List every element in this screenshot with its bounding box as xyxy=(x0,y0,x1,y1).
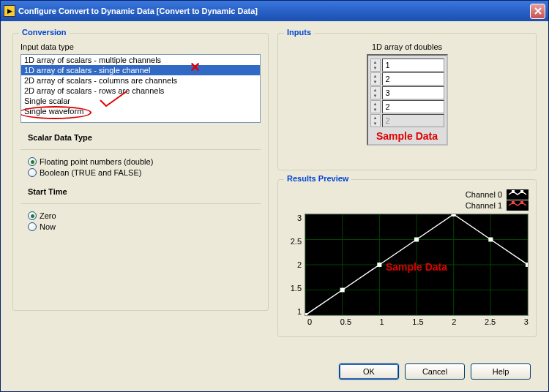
radio-bool[interactable] xyxy=(28,168,37,177)
close-icon xyxy=(534,7,542,15)
spinner[interactable]: ▲▼ xyxy=(370,72,381,86)
spin-up-icon[interactable]: ▲ xyxy=(371,101,380,107)
divider xyxy=(20,149,261,150)
spin-up-icon[interactable]: ▲ xyxy=(371,87,380,93)
legend-row: Channel 0 xyxy=(285,189,529,200)
x-tick: 1.5 xyxy=(412,317,423,326)
spin-down-icon[interactable]: ▼ xyxy=(371,93,380,99)
array-container: ▲▼ 1 ▲▼ 2 ▲▼ 3 ▲▼ 2 xyxy=(367,54,448,146)
spinner[interactable]: ▲▼ xyxy=(370,100,381,113)
x-axis: 0 0.5 1 1.5 2 2.5 3 xyxy=(307,317,529,326)
close-button[interactable] xyxy=(530,4,545,19)
array-value: 1 xyxy=(386,61,390,69)
list-item[interactable]: 2D array of scalars - columns are channe… xyxy=(21,75,260,86)
input-type-listbox[interactable]: 1D array of scalars - multiple channels … xyxy=(20,54,261,123)
spinner[interactable]: ▲▼ xyxy=(370,86,381,99)
radio-zero-label: Zero xyxy=(40,211,56,220)
sample-data-label: Sample Data xyxy=(370,130,444,142)
x-tick: 0.5 xyxy=(340,317,351,326)
radio-now-label: Now xyxy=(40,222,56,231)
array-row: ▲▼ 1 xyxy=(370,59,444,72)
cancel-label: Cancel xyxy=(422,367,447,376)
array-value: 2 xyxy=(386,75,390,83)
legend-swatch xyxy=(507,200,529,211)
x-tick: 2 xyxy=(452,317,456,326)
array-cell[interactable]: 1 xyxy=(382,59,444,72)
y-tick: 1 xyxy=(285,307,302,316)
chart-plot: Sample Data xyxy=(305,214,529,316)
spinner[interactable]: ▲▼ xyxy=(370,59,381,72)
app-icon: ▶ xyxy=(4,5,15,17)
radio-bool-label: Boolean (TRUE and FALSE) xyxy=(40,168,141,177)
svg-rect-3 xyxy=(520,201,523,204)
array-row: ▲▼ 3 xyxy=(370,86,444,99)
array-row: ▲▼ 2 xyxy=(370,114,444,127)
x-tick: 3 xyxy=(524,317,529,326)
window-title: Configure Convert to Dynamic Data [Conve… xyxy=(18,7,530,15)
spin-up-icon[interactable]: ▲ xyxy=(371,115,380,121)
spin-up-icon[interactable]: ▲ xyxy=(371,73,380,79)
x-tick: 0 xyxy=(307,317,312,326)
titlebar: ▶ Configure Convert to Dynamic Data [Con… xyxy=(1,1,548,21)
list-item[interactable]: Single scalar xyxy=(21,96,260,106)
spin-down-icon[interactable]: ▼ xyxy=(371,121,380,127)
y-tick: 2 xyxy=(285,260,302,269)
legend-row: Channel 1 xyxy=(285,200,529,211)
list-item[interactable]: 1D array of scalars - multiple channels xyxy=(21,55,260,65)
dialog-button-row: OK Cancel Help xyxy=(12,361,537,380)
ok-button[interactable]: OK xyxy=(339,363,399,380)
spin-down-icon[interactable]: ▼ xyxy=(371,79,380,85)
svg-rect-16 xyxy=(305,313,307,315)
sample-data-label: Sample Data xyxy=(305,261,528,273)
y-axis: 3 2.5 2 1.5 1 xyxy=(285,214,305,316)
legend-label: Channel 0 xyxy=(466,190,502,199)
results-title: Results Preview xyxy=(284,174,351,183)
radio-now[interactable] xyxy=(28,222,37,231)
spin-down-icon[interactable]: ▼ xyxy=(371,107,380,113)
array-value: 2 xyxy=(386,116,390,125)
array-row: ▲▼ 2 xyxy=(370,100,444,113)
y-tick: 2.5 xyxy=(285,237,302,246)
ok-label: OK xyxy=(363,367,375,376)
spin-down-icon[interactable]: ▼ xyxy=(371,65,380,71)
divider xyxy=(20,203,261,204)
svg-rect-21 xyxy=(488,238,493,242)
inputs-group: Inputs 1D array of doubles ▲▼ 1 ▲▼ 2 ▲▼ xyxy=(277,33,537,170)
scalar-type-title: Scalar Data Type xyxy=(28,133,261,142)
spinner[interactable]: ▲▼ xyxy=(370,114,381,127)
help-button[interactable]: Help xyxy=(471,363,531,380)
spin-up-icon[interactable]: ▲ xyxy=(371,59,380,65)
radio-float[interactable] xyxy=(28,157,37,166)
array-row: ▲▼ 2 xyxy=(370,72,444,86)
array-type-label: 1D array of doubles xyxy=(285,42,529,51)
array-cell[interactable]: 2 xyxy=(382,114,444,127)
conversion-group: Conversion Input data type 1D array of s… xyxy=(12,33,269,311)
radio-float-label: Floating point numbers (double) xyxy=(40,157,153,166)
svg-rect-20 xyxy=(452,214,456,216)
legend-label: Channel 1 xyxy=(466,201,502,210)
legend-swatch xyxy=(507,189,529,200)
array-cell[interactable]: 3 xyxy=(382,86,444,99)
help-label: Help xyxy=(493,367,509,376)
input-type-label: Input data type xyxy=(20,42,261,51)
conversion-title: Conversion xyxy=(19,28,70,37)
start-time-title: Start Time xyxy=(28,187,261,196)
svg-rect-19 xyxy=(414,238,419,242)
x-tick: 1 xyxy=(380,317,384,326)
radio-zero[interactable] xyxy=(28,211,37,220)
array-cell[interactable]: 2 xyxy=(382,100,444,113)
list-item[interactable]: 2D array of scalars - rows are channels xyxy=(21,86,260,96)
array-cell[interactable]: 2 xyxy=(382,72,444,86)
chart-legend: Channel 0 Channel 1 xyxy=(285,189,529,211)
list-item[interactable]: 1D array of scalars - single channel xyxy=(21,65,260,75)
svg-rect-1 xyxy=(520,190,523,193)
array-value: 2 xyxy=(386,102,390,111)
chart-area: 3 2.5 2 1.5 1 xyxy=(285,214,529,316)
svg-rect-0 xyxy=(512,190,515,193)
svg-rect-17 xyxy=(340,288,345,293)
y-tick: 3 xyxy=(285,214,302,222)
x-tick: 2.5 xyxy=(485,317,496,326)
start-time-group: Start Time Zero Now xyxy=(20,187,261,231)
list-item[interactable]: Single waveform xyxy=(21,106,260,116)
cancel-button[interactable]: Cancel xyxy=(405,363,465,380)
